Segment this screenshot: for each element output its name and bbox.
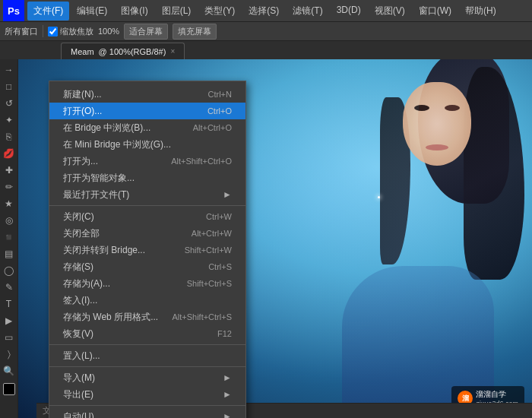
menu-save-as[interactable]: 存储为(A)... Shift+Ctrl+S [49, 275, 245, 292]
menu-items: 文件(F) 编辑(E) 图像(I) 图层(L) 类型(Y) 选择(S) 滤镜(T… [27, 2, 502, 21]
tool-zoom[interactable]: 🔍 [2, 363, 17, 378]
menu-import-label: 导入(M) [63, 372, 220, 385]
tool-eraser[interactable]: ◾ [2, 230, 17, 245]
tab-filename: Meam [71, 47, 94, 56]
tool-lasso[interactable]: ↺ [2, 96, 17, 111]
menu-close-bridge-label: 关闭并转到 Bridge... [63, 244, 185, 257]
menu-window[interactable]: 窗口(W) [413, 2, 458, 21]
tab-close-button[interactable]: × [170, 47, 175, 55]
menu-file[interactable]: 文件(F) [27, 2, 69, 21]
tool-shape[interactable]: ▭ [2, 330, 17, 345]
menu-recent-arrow: ► [223, 189, 232, 200]
menu-export-arrow: ► [223, 389, 232, 400]
menu-image[interactable]: 图像(I) [115, 2, 154, 21]
menu-help[interactable]: 帮助(H) [459, 2, 502, 21]
menu-import[interactable]: 导入(M) ► [49, 369, 245, 386]
menu-save-web-label: 存储为 Web 所用格式... [63, 311, 172, 324]
tool-select-rect[interactable]: □ [2, 79, 17, 94]
menu-close-all[interactable]: 关闭全部 Alt+Ctrl+W [49, 225, 245, 242]
menu-close-bridge-shortcut: Shift+Ctrl+W [185, 245, 232, 255]
menu-new[interactable]: 新建(N)... Ctrl+N [49, 86, 245, 103]
menu-save-web[interactable]: 存储为 Web 所用格式... Alt+Shift+Ctrl+S [49, 309, 245, 325]
tool-gradient[interactable]: ▤ [2, 246, 17, 261]
document-tab[interactable]: Meam @ 100%(RGB/8#) × [61, 43, 185, 59]
menu-edit[interactable]: 编辑(E) [71, 2, 113, 21]
menu-recent[interactable]: 最近打开文件(T) ► [49, 186, 245, 203]
tool-history[interactable]: ◎ [2, 213, 17, 228]
menu-place[interactable]: 置入(L)... [49, 347, 245, 364]
menu-mini-bridge[interactable]: 在 Mini Bridge 中浏览(G)... [49, 136, 245, 153]
tool-crop[interactable]: ⎘ [2, 129, 17, 144]
menu-layer[interactable]: 图层(L) [156, 2, 198, 21]
menu-bar: Ps 文件(F) 编辑(E) 图像(I) 图层(L) 类型(Y) 选择(S) 滤… [0, 0, 532, 21]
toolbar-show-all: 所有窗口 [5, 26, 38, 37]
menu-checkin-label: 签入(I)... [63, 294, 232, 307]
zoom-check-input[interactable] [48, 27, 58, 36]
tool-path-select[interactable]: ▶ [2, 313, 17, 328]
sparkle-3 [378, 196, 380, 198]
menu-3d[interactable]: 3D(D) [331, 2, 367, 21]
tool-hand[interactable]: 〉 [2, 347, 17, 362]
menu-open[interactable]: 打开(O)... Ctrl+O [49, 103, 245, 119]
dropdown-section-4: 导入(M) ► 导出(E) ► [49, 367, 245, 406]
tool-wand[interactable]: ✦ [2, 112, 17, 128]
face-decoration [403, 82, 471, 166]
menu-close-shortcut: Ctrl+W [206, 212, 232, 221]
menu-select[interactable]: 选择(S) [242, 2, 285, 21]
dropdown-section-2: 关闭(C) Ctrl+W 关闭全部 Alt+Ctrl+W 关闭并转到 Bridg… [49, 206, 245, 345]
menu-new-label: 新建(N)... [63, 88, 208, 101]
menu-export-label: 导出(E) [63, 388, 220, 401]
watermark-text1: 溜溜自学 [476, 389, 518, 400]
tool-dodge[interactable]: ◯ [2, 263, 17, 278]
menu-revert-label: 恢复(V) [63, 328, 217, 340]
menu-revert[interactable]: 恢复(V) F12 [49, 325, 245, 342]
menu-save-web-shortcut: Alt+Shift+Ctrl+S [172, 312, 232, 321]
tool-brush[interactable]: ✏ [2, 179, 17, 195]
menu-bridge-label: 在 Bridge 中浏览(B)... [63, 122, 193, 135]
tool-stamp[interactable]: ★ [2, 196, 17, 211]
menu-save[interactable]: 存储(S) Ctrl+S [49, 258, 245, 275]
menu-open-as-shortcut: Alt+Shift+Ctrl+O [171, 157, 232, 166]
menu-save-as-label: 存储为(A)... [63, 277, 187, 290]
menu-automate[interactable]: 自动(U) ► [49, 408, 245, 418]
eye-right [445, 105, 460, 111]
menu-open-as-label: 打开为... [63, 155, 171, 168]
menu-open-as[interactable]: 打开为... Alt+Shift+Ctrl+O [49, 153, 245, 169]
menu-close[interactable]: 关闭(C) Ctrl+W [49, 208, 245, 225]
menu-checkin[interactable]: 签入(I)... [49, 292, 245, 309]
tool-type[interactable]: T [2, 296, 17, 312]
menu-new-shortcut: Ctrl+N [208, 90, 232, 99]
tool-eyedropper[interactable]: 💋 [2, 146, 17, 161]
menu-export[interactable]: 导出(E) ► [49, 386, 245, 403]
canvas-area: 溜 溜溜自学 zixue3d6.com 新建(N)... Ctrl+N 打开(O… [18, 59, 532, 418]
menu-bridge[interactable]: 在 Bridge 中浏览(B)... Alt+Ctrl+O [49, 119, 245, 136]
lips [426, 144, 448, 150]
dropdown-section-3: 置入(L)... [49, 345, 245, 367]
zoom-label: 缩放焦放 [60, 26, 93, 37]
menu-view[interactable]: 视图(V) [369, 2, 411, 21]
tool-move[interactable]: → [2, 62, 17, 78]
tool-heal[interactable]: ✚ [2, 163, 17, 178]
menu-open-smart[interactable]: 打开为智能对象... [49, 169, 245, 186]
menu-filter[interactable]: 滤镜(T) [287, 2, 328, 21]
eye-left [414, 105, 429, 111]
zoom-checkbox[interactable]: 缩放焦放 [48, 26, 93, 37]
menu-close-bridge[interactable]: 关闭并转到 Bridge... Shift+Ctrl+W [49, 242, 245, 258]
menu-mini-bridge-label: 在 Mini Bridge 中浏览(G)... [63, 138, 232, 151]
fill-screen-button[interactable]: 填充屏幕 [173, 24, 217, 40]
ps-logo: Ps [3, 0, 24, 21]
menu-open-label: 打开(O)... [63, 105, 207, 118]
file-dropdown-menu: 新建(N)... Ctrl+N 打开(O)... Ctrl+O 在 Bridge… [49, 81, 246, 418]
menu-bridge-shortcut: Alt+Ctrl+O [193, 123, 232, 132]
tab-detail: @ 100%(RGB/8#) [99, 47, 166, 56]
menu-close-all-label: 关闭全部 [63, 227, 192, 240]
menu-type[interactable]: 类型(Y) [198, 2, 241, 21]
menu-automate-label: 自动(U) [63, 410, 220, 419]
menu-open-smart-label: 打开为智能对象... [63, 172, 232, 185]
tool-pen[interactable]: ✎ [2, 280, 17, 295]
tab-bar: Meam @ 100%(RGB/8#) × [0, 41, 532, 59]
menu-place-label: 置入(L)... [63, 350, 232, 363]
menu-automate-arrow: ► [223, 411, 232, 418]
tool-foreground-color[interactable] [3, 383, 15, 395]
fit-screen-button[interactable]: 适合屏幕 [124, 24, 168, 40]
